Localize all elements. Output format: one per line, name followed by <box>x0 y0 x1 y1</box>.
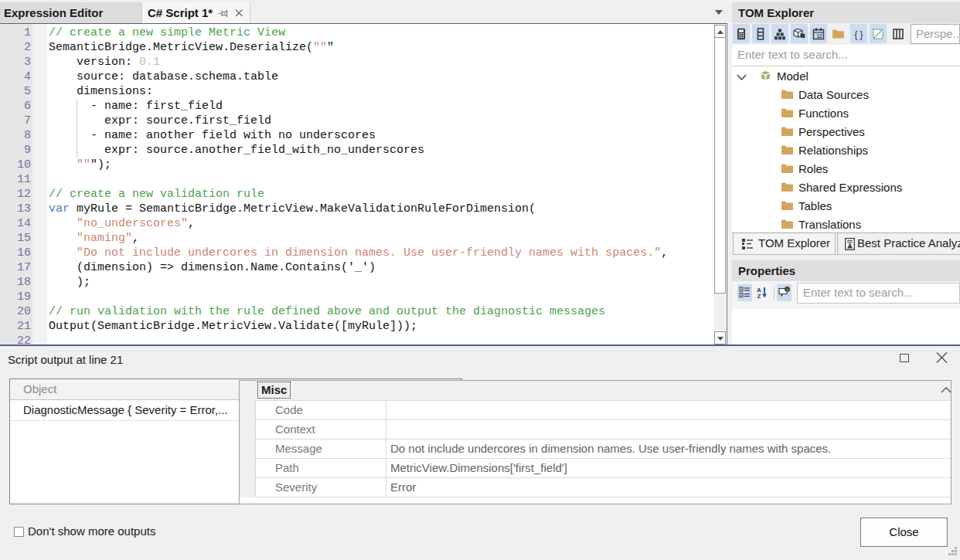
svg-text:12: 12 <box>816 33 822 39</box>
svg-text:{ }: { } <box>854 28 863 39</box>
svg-text:Z: Z <box>757 293 761 298</box>
